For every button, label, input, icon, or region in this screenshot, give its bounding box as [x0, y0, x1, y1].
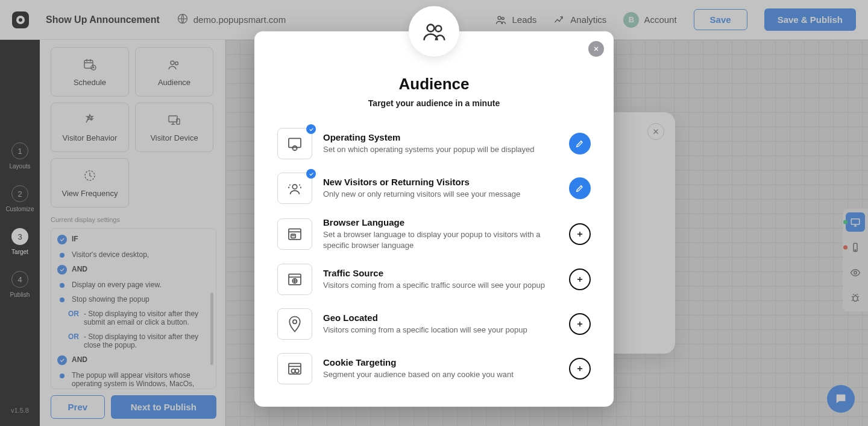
audience-option: Cookie TargetingSegment your audience ba… [277, 346, 591, 391]
option-desc: Visitors coming from a specific location… [323, 325, 558, 335]
modal-close-button[interactable] [588, 41, 604, 57]
audience-option: Geo LocatedVisitors coming from a specif… [277, 302, 591, 346]
audience-option: Traffic SourceVisitors coming from a spe… [277, 257, 591, 302]
add-option-button[interactable] [569, 358, 591, 380]
audience-option: New Visitors or Returning VisitorsOnly n… [277, 166, 591, 211]
modal-subtitle: Target your audience in a minute [277, 98, 591, 108]
audience-modal: Audience Target your audience in a minut… [254, 31, 614, 407]
add-option-button[interactable] [569, 313, 591, 335]
option-icon [277, 264, 312, 295]
modal-title: Audience [277, 75, 591, 94]
option-icon [277, 173, 312, 204]
option-desc: Segment your audience based on any cooki… [323, 369, 558, 380]
option-desc: Only new or only returning visitors will… [323, 189, 558, 200]
add-option-button[interactable] [569, 269, 591, 290]
svg-point-19 [292, 185, 297, 189]
option-title: Traffic Source [323, 268, 558, 278]
svg-point-15 [427, 25, 435, 32]
audience-option: Browser LanguageSet a browser language t… [277, 211, 591, 257]
option-desc: Visitors coming from a specific traffic … [323, 280, 558, 291]
svg-point-16 [435, 25, 441, 31]
edit-option-button[interactable] [569, 133, 591, 154]
option-title: Browser Language [323, 217, 558, 227]
option-icon [277, 353, 312, 384]
check-badge-icon [306, 124, 316, 134]
option-icon [277, 308, 312, 340]
option-title: Geo Located [323, 313, 558, 323]
check-badge-icon [306, 169, 316, 179]
option-icon [277, 218, 312, 250]
svg-point-27 [295, 369, 299, 373]
audience-option: Operating SystemSet on which operating s… [277, 121, 591, 166]
edit-option-button[interactable] [569, 177, 591, 199]
option-title: Cookie Targeting [323, 357, 558, 367]
audience-hero-icon [409, 6, 459, 57]
svg-point-26 [291, 369, 295, 373]
option-desc: Set a browser language to display your p… [323, 229, 558, 250]
option-icon [277, 128, 312, 159]
option-desc: Set on which operating systems your popu… [323, 144, 558, 155]
option-title: New Visitors or Returning Visitors [323, 177, 558, 187]
add-option-button[interactable] [569, 223, 591, 245]
svg-point-24 [293, 320, 297, 323]
option-title: Operating System [323, 132, 558, 142]
